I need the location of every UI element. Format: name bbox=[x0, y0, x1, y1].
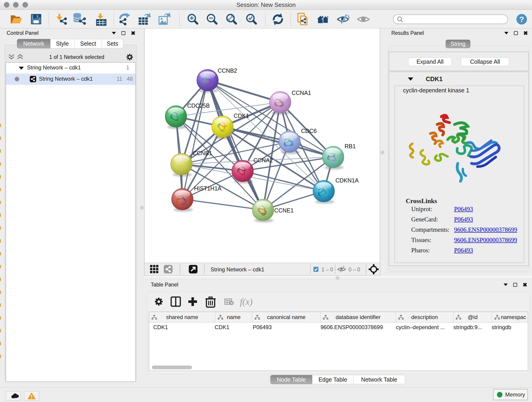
svg-text:0 – 0: 0 – 0 bbox=[348, 267, 360, 273]
svg-text:CDC6: CDC6 bbox=[301, 128, 317, 134]
svg-text:CDK1: CDK1 bbox=[234, 113, 249, 119]
svg-text:CCNB1: CCNB1 bbox=[193, 150, 212, 156]
svg-text:f(x): f(x) bbox=[240, 297, 253, 307]
svg-text:?: ? bbox=[519, 15, 524, 24]
svg-text:CCNA2: CCNA2 bbox=[253, 157, 273, 163]
svg-text:CCNB2: CCNB2 bbox=[218, 67, 237, 74]
svg-text:CDC25B: CDC25B bbox=[187, 102, 210, 109]
svg-text:String Network – cdk1: String Network – cdk1 bbox=[210, 266, 264, 273]
svg-text:RB1: RB1 bbox=[345, 143, 356, 149]
svg-text:CCNE1: CCNE1 bbox=[274, 207, 294, 214]
svg-text:CCNA1: CCNA1 bbox=[292, 89, 311, 96]
svg-text:1 – 0: 1 – 0 bbox=[322, 267, 333, 273]
svg-text:CDKN1A: CDKN1A bbox=[336, 177, 359, 184]
svg-text:HIST1H1A: HIST1H1A bbox=[194, 185, 222, 191]
svg-text:1 of 1 Network selected: 1 of 1 Network selected bbox=[49, 54, 104, 60]
